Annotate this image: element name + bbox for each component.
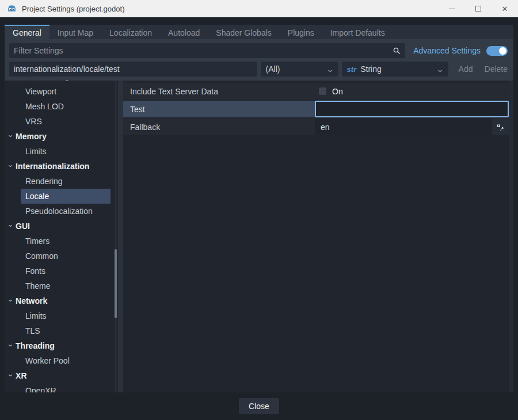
panel-splitter[interactable] — [118, 81, 123, 392]
tree-item-label: Threading — [16, 341, 55, 350]
tree-item-viewport[interactable]: Viewport — [21, 84, 111, 99]
close-button[interactable]: Close — [239, 398, 279, 414]
checkbox-on-label: On — [332, 87, 343, 96]
tree-section-xr[interactable]: ⌄XR — [5, 368, 118, 383]
tree-section-internationalization[interactable]: ⌄Internationalization — [5, 159, 118, 174]
titlebar: Project Settings (project.godot) ✕ — [0, 0, 518, 17]
tree-item-label: Limits — [25, 147, 47, 156]
tree-section-gui[interactable]: ⌄GUI — [5, 219, 118, 234]
property-row-test: Test — [123, 101, 509, 117]
window-title: Project Settings (project.godot) — [22, 5, 124, 13]
tab-autoload[interactable]: Autoload — [160, 25, 208, 39]
chevron-down-icon: ⌄ — [7, 295, 14, 303]
tree-item-label: TLS — [25, 326, 40, 335]
tree-item-label: OpenXR — [25, 386, 56, 392]
chevron-down-icon: ⌄ — [436, 66, 444, 73]
tab-plugins[interactable]: Plugins — [280, 25, 322, 39]
advanced-settings-label: Advanced Settings — [413, 46, 481, 55]
property-path-input[interactable] — [9, 62, 257, 77]
tab-import-defaults[interactable]: Import Defaults — [322, 25, 393, 39]
feature-filter-dropdown[interactable]: (All) ⌄ — [261, 62, 338, 77]
tree-item-label: XR — [16, 371, 26, 380]
tree-item-label: Memory — [16, 132, 47, 141]
tab-label: Autoload — [168, 28, 200, 37]
tree-section-network[interactable]: ⌄Network — [5, 293, 118, 308]
chevron-down-icon: ⌄ — [7, 161, 14, 169]
tab-general[interactable]: General — [5, 25, 49, 39]
tree-item-label: Rendering — [25, 177, 63, 186]
tree-item-rendering[interactable]: Rendering — [21, 174, 111, 189]
maximize-button[interactable] — [465, 0, 492, 17]
tree-item-vrs[interactable]: VRS — [21, 114, 111, 129]
filter-settings-searchbox[interactable] — [9, 43, 405, 58]
tree-item-mesh-lod[interactable]: Mesh LOD — [21, 99, 111, 114]
godot-logo-icon — [7, 4, 17, 14]
tree-item-label: Fonts — [25, 266, 45, 276]
tree-item-theme[interactable]: Theme — [21, 278, 111, 293]
tree-item-pseudolocalization[interactable]: Pseudolocalization — [21, 204, 111, 219]
test-value-input[interactable] — [315, 101, 509, 117]
property-row-include-text-server-data: Include Text Server Data On — [123, 83, 509, 100]
tab-label: General — [13, 28, 41, 37]
toggle-knob — [499, 47, 506, 55]
delete-button[interactable]: Delete — [485, 64, 508, 74]
tree-section-threading[interactable]: ⌄Threading — [5, 338, 118, 353]
tree-item-common[interactable]: Common — [21, 249, 111, 264]
tree-item-label: Worker Pool — [25, 356, 70, 365]
tree-section-memory[interactable]: ⌄Memory — [5, 129, 118, 144]
type-value: String — [360, 64, 382, 74]
tab-shader-globals[interactable]: Shader Globals — [208, 25, 280, 39]
sidebar-scrollbar-thumb[interactable] — [115, 249, 117, 318]
window-controls: ✕ — [439, 0, 518, 17]
tree-item-tls[interactable]: TLS — [21, 323, 111, 338]
tab-label: Shader Globals — [216, 28, 272, 37]
settings-tree: Anti AliasingViewportMesh LODVRS⌄MemoryL… — [5, 81, 118, 392]
tree-item-label: Timers — [25, 236, 49, 246]
tab-localization[interactable]: Localization — [101, 25, 160, 39]
include-text-server-data-checkbox[interactable] — [319, 87, 326, 95]
tree-item-label: Pseudolocalization — [25, 207, 93, 216]
settings-header: Advanced Settings (All) ⌄ str String ⌄ A… — [5, 39, 513, 81]
tree-item-openxr[interactable]: OpenXR — [21, 383, 111, 392]
tree-item-worker-pool[interactable]: Worker Pool — [21, 353, 111, 368]
minimize-button[interactable] — [439, 0, 465, 17]
tree-item-limits[interactable]: Limits — [21, 144, 111, 159]
tree-item-locale[interactable]: Locale — [21, 189, 111, 204]
type-dropdown[interactable]: str String ⌄ — [342, 62, 448, 77]
tree-item-timers[interactable]: Timers — [21, 234, 111, 249]
tree-item-label: Viewport — [25, 87, 56, 96]
minimize-icon — [449, 9, 455, 9]
sidebar-scrollbar-track[interactable] — [115, 81, 117, 392]
maximize-icon — [475, 6, 481, 12]
search-icon — [393, 47, 401, 55]
property-editor: en — [315, 119, 509, 135]
filter-settings-input[interactable] — [9, 46, 393, 55]
tree-item-fonts[interactable]: Fonts — [21, 264, 111, 278]
add-button[interactable]: Add — [459, 64, 473, 74]
tab-label: Localization — [109, 28, 152, 37]
tree-item-limits[interactable]: Limits — [21, 308, 111, 323]
tree-item-label: Mesh LOD — [25, 102, 64, 111]
chevron-down-icon: ⌄ — [7, 131, 14, 139]
tree-item-label: Locale — [25, 192, 49, 201]
pin-icon — [496, 123, 505, 131]
tree-item-label: Common — [25, 251, 58, 261]
properties-scrollbar-track[interactable] — [509, 81, 513, 392]
tree-item-label: GUI — [16, 222, 30, 231]
feature-filter-value: (All) — [266, 64, 280, 74]
tree-item-label: VRS — [25, 117, 42, 126]
pin-button[interactable] — [492, 119, 509, 135]
tab-label: Import Defaults — [330, 28, 385, 37]
property-editor: On — [315, 83, 509, 100]
close-window-button[interactable]: ✕ — [492, 0, 518, 17]
property-label: Fallback — [123, 119, 315, 135]
dialog-footer: Close — [0, 392, 518, 420]
tab-input-map[interactable]: Input Map — [49, 25, 101, 39]
fallback-value-field[interactable]: en — [315, 119, 490, 135]
property-bar: (All) ⌄ str String ⌄ Add Delete — [9, 62, 509, 77]
advanced-settings-toggle[interactable] — [486, 46, 508, 56]
tab-strip: GeneralInput MapLocalizationAutoloadShad… — [5, 25, 513, 39]
tree-item-label: Theme — [25, 281, 51, 291]
settings-body: Anti AliasingViewportMesh LODVRS⌄MemoryL… — [5, 81, 513, 392]
properties-panel: Include Text Server Data On Test Fallbac… — [123, 81, 513, 392]
